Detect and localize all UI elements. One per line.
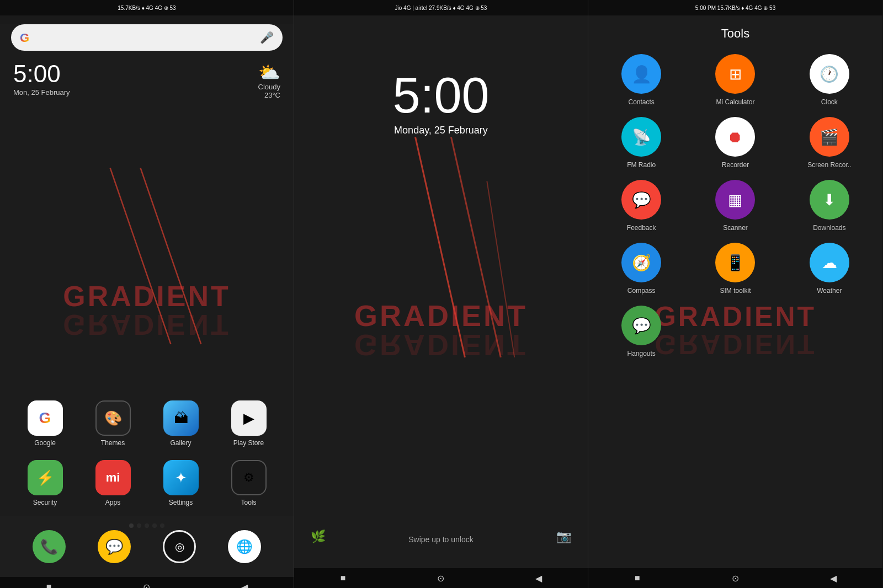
google-logo: G — [20, 31, 33, 44]
compass-label: Compass — [627, 287, 656, 295]
nav-back[interactable]: ◀ — [236, 580, 253, 588]
status-bar-text-home: 15.7KB/s ♦ 4G 4G ⊕ 53 — [118, 5, 175, 11]
status-bar-tools: 5:00 PM 15.7KB/s ♦ 4G 4G ⊕ 53 — [588, 0, 882, 15]
fmradio-icon: 📡 — [621, 117, 661, 157]
calculator-label: Mi Calculator — [716, 98, 754, 106]
nav-bar-home: ■ ⊙ ◀ — [0, 577, 294, 588]
clock-label: Clock — [821, 98, 838, 106]
status-bar-text-tools: 5:00 PM 15.7KB/s ♦ 4G 4G ⊕ 53 — [695, 5, 775, 11]
nav-square[interactable]: ■ — [40, 580, 58, 588]
themes-icon: 🎨 — [95, 400, 131, 436]
scanner-label: Scanner — [723, 224, 748, 232]
playstore-icon: ▶ — [231, 400, 267, 436]
tools-title: Tools — [597, 26, 874, 41]
svg-line-0 — [110, 168, 171, 344]
hangouts-label: Hangouts — [627, 350, 655, 357]
dock: 📞 💬 ◎ 🌐 — [0, 516, 294, 577]
app-row-2: ⚡ Security mi Apps ✦ Settings — [11, 460, 283, 506]
nav-back-tools[interactable]: ◀ — [825, 571, 842, 585]
tool-calculator[interactable]: ⊞ Mi Calculator — [691, 54, 779, 106]
lock-date: Monday, 25 February — [294, 125, 588, 136]
simtoolkit-label: SIM toolkit — [720, 287, 751, 295]
screenrecorder-label: Screen Recor.. — [807, 161, 851, 169]
nav-square-tools[interactable]: ■ — [629, 571, 646, 585]
tools-label: Tools — [241, 499, 256, 506]
compass-icon: 🧭 — [621, 243, 661, 282]
tools-grid: 👤 Contacts ⊞ Mi Calculator 🕐 Clock 📡 — [597, 54, 874, 357]
recorder-label: Recorder — [722, 161, 749, 169]
time-weather-row: 5:00 Mon, 25 February ⛅ Cloudy 23°C — [0, 57, 294, 101]
tool-clock[interactable]: 🕐 Clock — [785, 54, 874, 106]
lock-shortcut-right[interactable]: 📷 — [556, 530, 571, 544]
fmradio-label: FM Radio — [627, 161, 656, 169]
app-row-1: G Google 🎨 Themes 🏔 Gallery — [11, 400, 283, 447]
svg-line-1 — [141, 168, 201, 344]
app-themes[interactable]: 🎨 Themes — [91, 400, 135, 447]
tool-screenrecorder[interactable]: 🎬 Screen Recor.. — [785, 117, 874, 169]
apps-icon: mi — [95, 460, 131, 495]
tool-feedback[interactable]: 💬 Feedback — [597, 180, 685, 232]
lock-shortcut-left[interactable]: 🌿 — [311, 530, 326, 544]
app-apps[interactable]: mi Apps — [91, 460, 135, 506]
playstore-label: Play Store — [233, 439, 264, 447]
tools-icon: ⚙ — [231, 460, 267, 495]
app-security[interactable]: ⚡ Security — [23, 460, 67, 506]
dock-chrome[interactable]: 🌐 — [228, 530, 261, 563]
app-grid: G Google 🎨 Themes 🏔 Gallery — [0, 400, 294, 520]
nav-circle-lock[interactable]: ⊙ — [432, 571, 450, 585]
weather-temperature: 23°C — [258, 91, 280, 99]
tool-fmradio[interactable]: 📡 FM Radio — [597, 117, 685, 169]
simtoolkit-icon: 📱 — [715, 243, 755, 282]
weather-widget[interactable]: ⛅ Cloudy 23°C — [258, 62, 280, 99]
nav-bar-lock: ■ ⊙ ◀ — [294, 568, 588, 588]
app-settings[interactable]: ✦ Settings — [159, 460, 203, 506]
themes-label: Themes — [101, 439, 125, 447]
settings-icon: ✦ — [163, 460, 199, 495]
app-playstore[interactable]: ▶ Play Store — [227, 400, 271, 447]
weather-icon: ☁ — [810, 243, 849, 282]
svg-line-3 — [451, 137, 501, 357]
panel-lockscreen: Jio 4G | airtel 27.9KB/s ♦ 4G 4G ⊕ 53 GR… — [294, 0, 588, 588]
nav-bar-tools: ■ ⊙ ◀ — [588, 568, 882, 588]
weather-description: Cloudy — [258, 83, 280, 91]
tool-hangouts[interactable]: 💬 Hangouts — [597, 306, 685, 357]
tool-compass[interactable]: 🧭 Compass — [597, 243, 685, 295]
google-icon: G — [28, 400, 63, 436]
app-google[interactable]: G Google — [23, 400, 67, 447]
mic-icon[interactable]: 🎤 — [260, 31, 274, 44]
gallery-label: Gallery — [170, 439, 191, 447]
google-label: Google — [34, 439, 56, 447]
scanner-icon: ▦ — [715, 180, 755, 220]
svg-line-4 — [487, 181, 514, 357]
nav-square-lock[interactable]: ■ — [334, 571, 352, 585]
weather-icon: ⛅ — [258, 62, 280, 83]
dock-phone[interactable]: 📞 — [33, 530, 66, 563]
time-display: 5:00 Mon, 25 February — [13, 62, 70, 97]
screenrecorder-icon: 🎬 — [810, 117, 849, 157]
search-bar[interactable]: G 🎤 — [11, 24, 283, 51]
tool-contacts[interactable]: 👤 Contacts — [597, 54, 685, 106]
panel-home: 15.7KB/s ♦ 4G 4G ⊕ 53 GRADIENT GRADIENT … — [0, 0, 294, 588]
feedback-label: Feedback — [627, 224, 656, 232]
status-bar-home: 15.7KB/s ♦ 4G 4G ⊕ 53 — [0, 0, 294, 15]
lock-bottom-icons: 🌿 📷 — [294, 530, 588, 544]
nav-circle-tools[interactable]: ⊙ — [726, 571, 744, 585]
tool-downloads[interactable]: ⬇ Downloads — [785, 180, 874, 232]
app-tools[interactable]: ⚙ Tools — [227, 460, 271, 506]
dock-messages[interactable]: 💬 — [98, 530, 131, 563]
tool-weather[interactable]: ☁ Weather — [785, 243, 874, 295]
weather-label: Weather — [817, 287, 842, 295]
feedback-icon: 💬 — [621, 180, 661, 220]
tool-scanner[interactable]: ▦ Scanner — [691, 180, 779, 232]
downloads-label: Downloads — [813, 224, 845, 232]
downloads-icon: ⬇ — [810, 180, 849, 220]
nav-back-lock[interactable]: ◀ — [530, 571, 547, 585]
app-gallery[interactable]: 🏔 Gallery — [159, 400, 203, 447]
tool-recorder[interactable]: ⏺ Recorder — [691, 117, 779, 169]
panel-tools: 5:00 PM 15.7KB/s ♦ 4G 4G ⊕ 53 GRADIENT G… — [588, 0, 882, 588]
security-label: Security — [33, 499, 57, 506]
tool-simtoolkit[interactable]: 📱 SIM toolkit — [691, 243, 779, 295]
dock-camera[interactable]: ◎ — [163, 530, 196, 563]
nav-circle[interactable]: ⊙ — [138, 580, 156, 588]
gallery-icon: 🏔 — [163, 400, 199, 436]
